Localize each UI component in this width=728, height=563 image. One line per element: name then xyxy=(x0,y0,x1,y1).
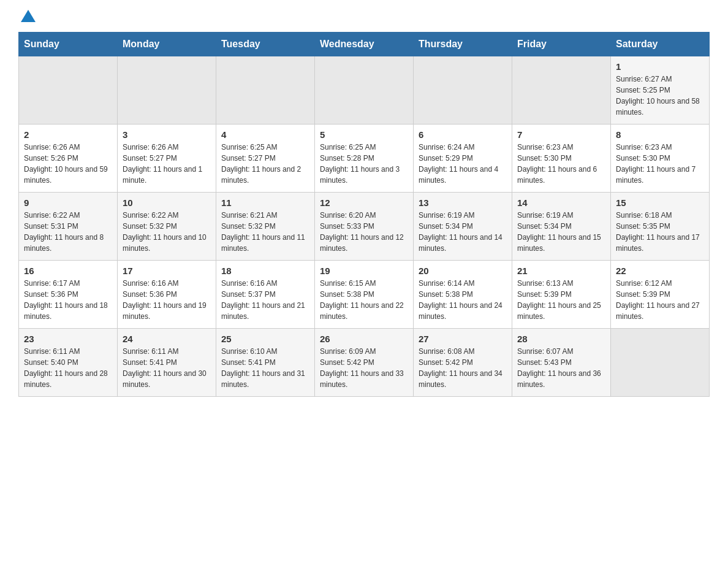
calendar-week-row: 16Sunrise: 6:17 AM Sunset: 5:36 PM Dayli… xyxy=(19,261,710,329)
day-info: Sunrise: 6:15 AM Sunset: 5:38 PM Dayligh… xyxy=(320,278,408,322)
day-number: 25 xyxy=(221,334,309,344)
day-info: Sunrise: 6:25 AM Sunset: 5:27 PM Dayligh… xyxy=(221,142,309,186)
day-info: Sunrise: 6:18 AM Sunset: 5:35 PM Dayligh… xyxy=(616,210,704,254)
day-info: Sunrise: 6:10 AM Sunset: 5:41 PM Dayligh… xyxy=(221,346,309,390)
day-info: Sunrise: 6:25 AM Sunset: 5:28 PM Dayligh… xyxy=(320,142,408,186)
day-number: 16 xyxy=(24,266,112,276)
day-header-sunday: Sunday xyxy=(19,33,118,56)
calendar-day-cell xyxy=(118,56,216,124)
logo-triangle-icon xyxy=(21,10,36,22)
calendar-day-cell: 5Sunrise: 6:25 AM Sunset: 5:28 PM Daylig… xyxy=(315,124,414,193)
day-info: Sunrise: 6:11 AM Sunset: 5:40 PM Dayligh… xyxy=(24,346,112,390)
day-info: Sunrise: 6:22 AM Sunset: 5:31 PM Dayligh… xyxy=(24,210,112,254)
calendar-day-cell: 8Sunrise: 6:23 AM Sunset: 5:30 PM Daylig… xyxy=(611,124,710,193)
day-number: 19 xyxy=(320,266,408,276)
day-info: Sunrise: 6:11 AM Sunset: 5:41 PM Dayligh… xyxy=(123,346,211,390)
day-info: Sunrise: 6:07 AM Sunset: 5:43 PM Dayligh… xyxy=(517,346,605,390)
day-info: Sunrise: 6:23 AM Sunset: 5:30 PM Dayligh… xyxy=(517,142,605,186)
calendar-week-row: 1Sunrise: 6:27 AM Sunset: 5:25 PM Daylig… xyxy=(19,56,710,124)
day-number: 26 xyxy=(320,334,408,344)
calendar-day-cell: 15Sunrise: 6:18 AM Sunset: 5:35 PM Dayli… xyxy=(611,193,710,261)
day-number: 15 xyxy=(616,197,704,208)
day-info: Sunrise: 6:16 AM Sunset: 5:37 PM Dayligh… xyxy=(221,278,309,322)
day-number: 21 xyxy=(517,266,605,276)
calendar-day-cell: 26Sunrise: 6:09 AM Sunset: 5:42 PM Dayli… xyxy=(315,329,414,397)
day-info: Sunrise: 6:24 AM Sunset: 5:29 PM Dayligh… xyxy=(419,142,507,186)
calendar-week-row: 2Sunrise: 6:26 AM Sunset: 5:26 PM Daylig… xyxy=(19,124,710,193)
calendar-day-cell: 25Sunrise: 6:10 AM Sunset: 5:41 PM Dayli… xyxy=(216,329,315,397)
calendar-day-cell xyxy=(512,56,611,124)
day-header-monday: Monday xyxy=(118,33,216,56)
calendar-table: SundayMondayTuesdayWednesdayThursdayFrid… xyxy=(18,32,710,397)
calendar-day-cell xyxy=(414,56,512,124)
calendar-day-cell: 10Sunrise: 6:22 AM Sunset: 5:32 PM Dayli… xyxy=(118,193,216,261)
day-info: Sunrise: 6:19 AM Sunset: 5:34 PM Dayligh… xyxy=(517,210,605,254)
day-header-saturday: Saturday xyxy=(611,33,710,56)
calendar-day-cell: 12Sunrise: 6:20 AM Sunset: 5:33 PM Dayli… xyxy=(315,193,414,261)
day-header-thursday: Thursday xyxy=(414,33,512,56)
day-number: 6 xyxy=(419,129,507,140)
calendar-day-cell xyxy=(19,56,118,124)
calendar-day-cell: 2Sunrise: 6:26 AM Sunset: 5:26 PM Daylig… xyxy=(19,124,118,193)
calendar-week-row: 23Sunrise: 6:11 AM Sunset: 5:40 PM Dayli… xyxy=(19,329,710,397)
calendar-day-cell: 14Sunrise: 6:19 AM Sunset: 5:34 PM Dayli… xyxy=(512,193,611,261)
calendar-day-cell: 16Sunrise: 6:17 AM Sunset: 5:36 PM Dayli… xyxy=(19,261,118,329)
calendar-day-cell: 28Sunrise: 6:07 AM Sunset: 5:43 PM Dayli… xyxy=(512,329,611,397)
day-number: 11 xyxy=(221,197,309,208)
page-header xyxy=(18,12,710,20)
calendar-day-cell xyxy=(611,329,710,397)
day-number: 12 xyxy=(320,197,408,208)
day-info: Sunrise: 6:26 AM Sunset: 5:27 PM Dayligh… xyxy=(123,142,211,186)
day-number: 7 xyxy=(517,129,605,140)
calendar-day-cell: 13Sunrise: 6:19 AM Sunset: 5:34 PM Dayli… xyxy=(414,193,512,261)
calendar-day-cell: 22Sunrise: 6:12 AM Sunset: 5:39 PM Dayli… xyxy=(611,261,710,329)
day-number: 9 xyxy=(24,197,112,208)
calendar-day-cell: 11Sunrise: 6:21 AM Sunset: 5:32 PM Dayli… xyxy=(216,193,315,261)
day-number: 23 xyxy=(24,334,112,344)
logo xyxy=(18,12,36,20)
day-info: Sunrise: 6:14 AM Sunset: 5:38 PM Dayligh… xyxy=(419,278,507,322)
calendar-day-cell: 27Sunrise: 6:08 AM Sunset: 5:42 PM Dayli… xyxy=(414,329,512,397)
calendar-day-cell: 23Sunrise: 6:11 AM Sunset: 5:40 PM Dayli… xyxy=(19,329,118,397)
day-number: 27 xyxy=(419,334,507,344)
day-number: 13 xyxy=(419,197,507,208)
day-number: 14 xyxy=(517,197,605,208)
day-number: 8 xyxy=(616,129,704,140)
day-info: Sunrise: 6:20 AM Sunset: 5:33 PM Dayligh… xyxy=(320,210,408,254)
day-number: 18 xyxy=(221,266,309,276)
calendar-week-row: 9Sunrise: 6:22 AM Sunset: 5:31 PM Daylig… xyxy=(19,193,710,261)
calendar-header-row: SundayMondayTuesdayWednesdayThursdayFrid… xyxy=(19,33,710,56)
day-info: Sunrise: 6:22 AM Sunset: 5:32 PM Dayligh… xyxy=(123,210,211,254)
day-header-tuesday: Tuesday xyxy=(216,33,315,56)
calendar-day-cell: 9Sunrise: 6:22 AM Sunset: 5:31 PM Daylig… xyxy=(19,193,118,261)
calendar-day-cell: 18Sunrise: 6:16 AM Sunset: 5:37 PM Dayli… xyxy=(216,261,315,329)
calendar-day-cell: 3Sunrise: 6:26 AM Sunset: 5:27 PM Daylig… xyxy=(118,124,216,193)
day-number: 2 xyxy=(24,129,112,140)
day-info: Sunrise: 6:17 AM Sunset: 5:36 PM Dayligh… xyxy=(24,278,112,322)
day-number: 24 xyxy=(123,334,211,344)
day-number: 10 xyxy=(123,197,211,208)
day-info: Sunrise: 6:12 AM Sunset: 5:39 PM Dayligh… xyxy=(616,278,704,322)
day-number: 28 xyxy=(517,334,605,344)
day-header-friday: Friday xyxy=(512,33,611,56)
logo-general xyxy=(18,12,36,22)
day-number: 17 xyxy=(123,266,211,276)
day-info: Sunrise: 6:19 AM Sunset: 5:34 PM Dayligh… xyxy=(419,210,507,254)
calendar-day-cell: 19Sunrise: 6:15 AM Sunset: 5:38 PM Dayli… xyxy=(315,261,414,329)
calendar-day-cell: 1Sunrise: 6:27 AM Sunset: 5:25 PM Daylig… xyxy=(611,56,710,124)
calendar-day-cell xyxy=(216,56,315,124)
calendar-day-cell: 21Sunrise: 6:13 AM Sunset: 5:39 PM Dayli… xyxy=(512,261,611,329)
day-number: 20 xyxy=(419,266,507,276)
day-info: Sunrise: 6:21 AM Sunset: 5:32 PM Dayligh… xyxy=(221,210,309,254)
day-info: Sunrise: 6:26 AM Sunset: 5:26 PM Dayligh… xyxy=(24,142,112,186)
calendar-day-cell: 17Sunrise: 6:16 AM Sunset: 5:36 PM Dayli… xyxy=(118,261,216,329)
day-info: Sunrise: 6:27 AM Sunset: 5:25 PM Dayligh… xyxy=(616,74,704,118)
calendar-day-cell: 7Sunrise: 6:23 AM Sunset: 5:30 PM Daylig… xyxy=(512,124,611,193)
day-info: Sunrise: 6:16 AM Sunset: 5:36 PM Dayligh… xyxy=(123,278,211,322)
calendar-day-cell: 24Sunrise: 6:11 AM Sunset: 5:41 PM Dayli… xyxy=(118,329,216,397)
day-number: 22 xyxy=(616,266,704,276)
day-info: Sunrise: 6:08 AM Sunset: 5:42 PM Dayligh… xyxy=(419,346,507,390)
day-number: 1 xyxy=(616,61,704,72)
calendar-day-cell: 20Sunrise: 6:14 AM Sunset: 5:38 PM Dayli… xyxy=(414,261,512,329)
day-number: 5 xyxy=(320,129,408,140)
